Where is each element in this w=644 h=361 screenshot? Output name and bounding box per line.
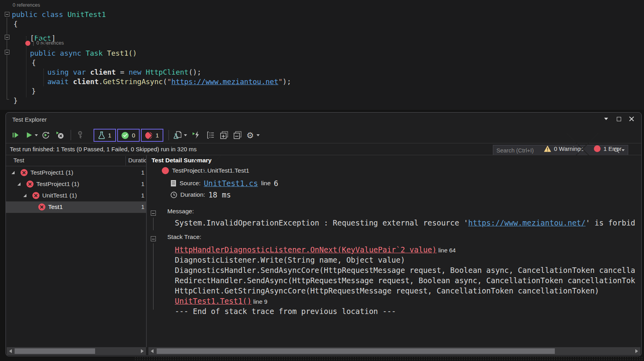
expander-icon[interactable] [17, 182, 21, 186]
codelens-method[interactable]: | 0 references [25, 40, 64, 46]
window-title: Test Explorer [12, 116, 47, 123]
tree-item-label[interactable]: Test1 [48, 203, 63, 211]
method-name-token: GetStringAsync [103, 77, 163, 86]
url-link[interactable]: https://www.meziantou.net [171, 77, 278, 86]
failed-tests-toggle[interactable]: 1 [141, 129, 163, 142]
chevron-down-icon [184, 134, 187, 136]
scrollbar-thumb[interactable] [15, 348, 95, 354]
tree-item-duration: 1 [141, 180, 144, 187]
close-button[interactable] [627, 115, 636, 123]
message-collapse-toggle[interactable] [151, 211, 156, 216]
warnings-toggle[interactable]: 0 Warnings [544, 145, 584, 152]
operator-token: = [116, 68, 129, 76]
chevron-down-icon [604, 118, 608, 120]
source-file-icon [170, 180, 176, 187]
expander-icon[interactable] [23, 194, 27, 197]
expand-all-button[interactable] [219, 130, 229, 140]
title-bar[interactable]: Test Explorer [6, 113, 641, 127]
tree-item-label[interactable]: UnitTest1 (1) [42, 192, 77, 199]
stack-frame-text: --- End of stack trace from previous loc… [175, 307, 396, 316]
scrollbar-thumb[interactable] [157, 348, 555, 354]
code-line: } [32, 87, 36, 96]
debug-tests-button[interactable] [191, 130, 202, 140]
test-failed-icon [21, 169, 28, 176]
filter-button[interactable] [75, 130, 86, 140]
settings-button[interactable]: ⚙ [245, 130, 255, 140]
message-text: System.InvalidOperationException : Reque… [175, 218, 635, 228]
stack-line-ref: line 64 [436, 247, 455, 254]
scroll-right-arrow[interactable] [141, 349, 144, 353]
source-file-link[interactable]: UnitTest1.cs [204, 179, 258, 188]
group-by-icon [207, 132, 215, 139]
run-tests-button[interactable] [24, 130, 34, 140]
class-name-token: UnitTest1 [67, 10, 106, 19]
fold-collapse-box[interactable] [5, 12, 9, 17]
scroll-right-arrow[interactable] [635, 349, 638, 353]
code-line: } [13, 96, 18, 105]
test-failed-icon [26, 180, 34, 188]
cancel-icon [56, 131, 64, 139]
detail-hscrollbar[interactable] [148, 347, 640, 355]
settings-dropdown-button[interactable] [255, 130, 261, 140]
tree-hscrollbar[interactable] [7, 347, 146, 355]
tree-row-testproject1-child[interactable]: TestProject1 (1) 1 [6, 179, 146, 190]
settings-gear-icon: ⚙ [247, 131, 254, 139]
playlist-dropdown-button[interactable] [183, 130, 188, 140]
method-name-token: Test1() [107, 49, 137, 57]
column-header-test[interactable]: Test [13, 157, 24, 164]
codelens-class[interactable]: 0 references [13, 2, 40, 8]
brace-token: { [13, 20, 18, 28]
passed-tests-toggle[interactable]: 0 [117, 129, 140, 142]
stack-frame-link[interactable]: UnitTest1.Test1() [175, 297, 251, 305]
stacktrace-label: Stack Trace: [167, 233, 201, 241]
close-icon [629, 117, 634, 122]
passed-icon [122, 132, 129, 139]
codelens-references-label[interactable]: 0 references [13, 2, 40, 8]
message-url-link[interactable]: https://www.meziantou.net/ [468, 218, 586, 227]
source-label: Source: [180, 180, 200, 187]
tree-row-testproject1[interactable]: TestProject1 (1) 1 [6, 167, 146, 179]
stack-frame-link[interactable]: HttpHandlerDiagnosticListener.OnNext(Key… [175, 245, 436, 254]
keyword-token: public async [30, 49, 86, 57]
window-position-button[interactable] [602, 115, 610, 123]
beaker-icon [98, 132, 105, 139]
tree-row-test1-selected[interactable]: Test1 1 [6, 201, 146, 213]
tree-header[interactable]: Test Duration [6, 155, 146, 166]
collapse-all-button[interactable] [232, 130, 243, 140]
screenshot-root: 0 references public class UnitTest1 { [F… [0, 0, 644, 361]
brace-token: } [32, 87, 36, 95]
run-dropdown-button[interactable] [34, 130, 39, 140]
codelens-references-label[interactable]: 0 references [36, 40, 64, 46]
repeat-last-run-button[interactable] [41, 130, 51, 140]
column-header-duration[interactable]: Duration [128, 157, 146, 164]
run-all-tests-button[interactable] [11, 130, 21, 140]
stack-frame: RedirectHandler.SendAsync(HttpRequestMes… [175, 275, 635, 286]
total-tests-toggle[interactable]: 1 [94, 129, 116, 142]
type-token: HttpClient [146, 68, 188, 76]
fold-collapse-box[interactable] [5, 35, 9, 39]
scroll-left-arrow[interactable] [151, 349, 154, 353]
tree-row-unittest1[interactable]: UnitTest1 (1) 1 [6, 190, 146, 201]
stack-frame-text: RedirectHandler.SendAsync(HttpRequestMes… [175, 276, 635, 285]
message-label: Message: [167, 208, 194, 215]
expander-icon[interactable] [11, 171, 15, 175]
failed-icon [145, 132, 152, 139]
group-by-button[interactable] [206, 130, 216, 140]
failed-tests-count: 1 [155, 132, 159, 139]
tree-item-duration: 1 [141, 169, 144, 176]
stacktrace-connector-line [153, 243, 154, 310]
code-editor[interactable]: 0 references public class UnitTest1 { [F… [0, 0, 644, 110]
column-separator[interactable] [125, 156, 126, 165]
test-playlist-button[interactable] [172, 130, 183, 140]
keyword-token: new [129, 68, 146, 76]
errors-toggle[interactable]: 1 Error [594, 145, 622, 152]
tree-item-label[interactable]: TestProject1 (1) [36, 180, 79, 188]
cancel-run-button[interactable] [55, 130, 65, 140]
fold-collapse-box[interactable] [5, 50, 9, 55]
scroll-left-arrow[interactable] [9, 349, 12, 353]
stacktrace-collapse-toggle[interactable] [151, 236, 156, 241]
maximize-icon [617, 117, 621, 121]
source-line-number: 6 [274, 179, 278, 188]
maximize-button[interactable] [614, 115, 623, 123]
tree-item-label[interactable]: TestProject1 (1) [30, 169, 73, 176]
